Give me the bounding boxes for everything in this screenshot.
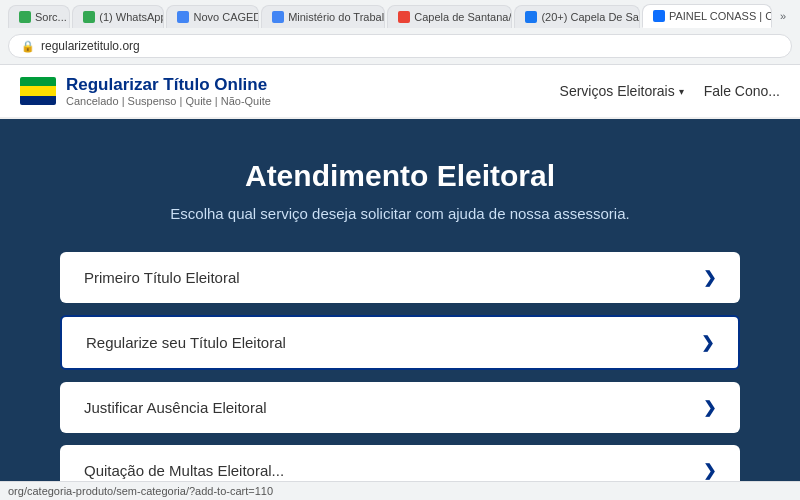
header-nav: Serviços Eleitorais ▾ Fale Cono...	[560, 83, 780, 99]
service-label-regularize-titulo: Regularize seu Título Eleitoral	[86, 334, 286, 351]
browser-chrome: Sorc...(1) WhatsAppNovo CAGEDMinistério …	[0, 0, 800, 65]
service-label-quitacao-multas: Quitação de Multas Eleitoral...	[84, 462, 284, 479]
status-text: org/categoria-produto/sem-categoria/?add…	[8, 485, 273, 497]
tab-painel-favicon	[653, 10, 665, 22]
service-btn-regularize-titulo[interactable]: Regularize seu Título Eleitoral❯	[60, 315, 740, 370]
flag-blue	[20, 96, 56, 105]
tab-fb-capela-favicon	[525, 11, 537, 23]
site-title: Regularizar Título Online	[66, 75, 271, 95]
tab-capela[interactable]: Capela de Santana/...	[387, 5, 512, 28]
hero-section: Atendimento Eleitoral Escolha qual servi…	[0, 119, 800, 252]
tab-fb-capela[interactable]: (20+) Capela De Sa...	[514, 5, 639, 28]
tab-capela-favicon	[398, 11, 410, 23]
tab-painel[interactable]: PAINEL CONASS | C...	[642, 4, 772, 28]
service-label-primeiro-titulo: Primeiro Título Eleitoral	[84, 269, 240, 286]
tabs-row: Sorc...(1) WhatsAppNovo CAGEDMinistério …	[0, 0, 800, 28]
nav-services[interactable]: Serviços Eleitorais ▾	[560, 83, 684, 99]
chevron-down-icon: ▾	[679, 86, 684, 97]
address-text: regularizetitulo.org	[41, 39, 140, 53]
service-btn-justificar-ausencia[interactable]: Justificar Ausência Eleitoral❯	[60, 382, 740, 433]
logo-text: Regularizar Título Online Cancelado | Su…	[66, 75, 271, 107]
tab-whatsapp-label: (1) WhatsApp	[99, 11, 164, 23]
tab-mte-label: Ministério do Trabal...	[288, 11, 385, 23]
address-bar-row: 🔒 regularizetitulo.org	[0, 28, 800, 64]
logo-flag	[20, 77, 56, 105]
chevron-right-icon: ❯	[701, 333, 714, 352]
logo-area: Regularizar Título Online Cancelado | Su…	[20, 75, 271, 107]
tab-whatsapp-favicon	[83, 11, 95, 23]
services-section: Primeiro Título Eleitoral❯Regularize seu…	[0, 252, 800, 500]
tab-search-favicon	[19, 11, 31, 23]
address-bar[interactable]: 🔒 regularizetitulo.org	[8, 34, 792, 58]
tab-fb-capela-label: (20+) Capela De Sa...	[541, 11, 639, 23]
service-btn-primeiro-titulo[interactable]: Primeiro Título Eleitoral❯	[60, 252, 740, 303]
service-label-justificar-ausencia: Justificar Ausência Eleitoral	[84, 399, 267, 416]
nav-contact[interactable]: Fale Cono...	[704, 83, 780, 99]
hero-subtitle: Escolha qual serviço deseja solicitar co…	[20, 205, 780, 222]
tab-caged-label: Novo CAGED	[193, 11, 259, 23]
tab-search[interactable]: Sorc...	[8, 5, 70, 28]
tab-search-label: Sorc...	[35, 11, 67, 23]
site-header: Regularizar Título Online Cancelado | Su…	[0, 65, 800, 119]
tab-caged[interactable]: Novo CAGED	[166, 5, 259, 28]
lock-icon: 🔒	[21, 40, 35, 53]
site-subtitle: Cancelado | Suspenso | Quite | Não-Quite	[66, 95, 271, 107]
tab-capela-label: Capela de Santana/...	[414, 11, 512, 23]
tab-mte-favicon	[272, 11, 284, 23]
chevron-right-icon: ❯	[703, 268, 716, 287]
hero-title: Atendimento Eleitoral	[20, 159, 780, 193]
more-tabs-button[interactable]: »	[774, 5, 792, 27]
tab-painel-label: PAINEL CONASS | C...	[669, 10, 772, 22]
chevron-right-icon: ❯	[703, 461, 716, 480]
chevron-right-icon: ❯	[703, 398, 716, 417]
flag-green	[20, 77, 56, 86]
status-bar: org/categoria-produto/sem-categoria/?add…	[0, 481, 800, 500]
tab-caged-favicon	[177, 11, 189, 23]
tab-mte[interactable]: Ministério do Trabal...	[261, 5, 385, 28]
flag-yellow	[20, 86, 56, 95]
tab-whatsapp[interactable]: (1) WhatsApp	[72, 5, 164, 28]
